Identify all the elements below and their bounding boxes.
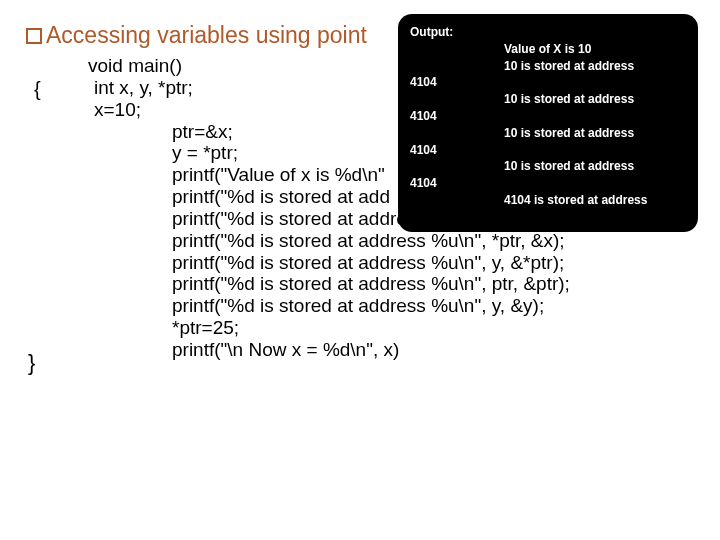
output-label: Output: — [410, 25, 453, 39]
code-line: printf("%d is stored at address %u\n", y… — [34, 252, 570, 274]
output-line: 10 is stored at address — [504, 91, 688, 108]
heading: Accessing variables using point — [26, 22, 367, 49]
output-line: 4104 — [410, 108, 504, 125]
code-line: printf("%d is stored at address %u\n", p… — [34, 273, 570, 295]
slide: Accessing variables using point { void m… — [0, 0, 720, 540]
output-line: 10 is stored at address — [504, 125, 688, 142]
output-line: 4104 is stored at address — [504, 192, 688, 209]
bullet-icon — [26, 28, 42, 44]
output-line: 4104 — [410, 175, 504, 192]
output-line: 10 is stored at address — [504, 58, 688, 75]
output-line: 10 is stored at address — [504, 158, 688, 175]
brace-close: } — [28, 350, 35, 376]
code-line: printf("\n Now x = %d\n", x) — [34, 339, 570, 361]
output-line: Value of X is 10 — [504, 41, 688, 58]
output-line: 4104 — [410, 74, 504, 91]
output-box: Output: Value of X is 10 10 is stored at… — [398, 14, 698, 232]
heading-text: Accessing variables using point — [46, 22, 367, 48]
code-line: *ptr=25; — [34, 317, 570, 339]
code-line: printf("%d is stored at address %u\n", *… — [34, 230, 570, 252]
output-line: 4104 — [410, 142, 504, 159]
code-line: printf("%d is stored at address %u\n", y… — [34, 295, 570, 317]
